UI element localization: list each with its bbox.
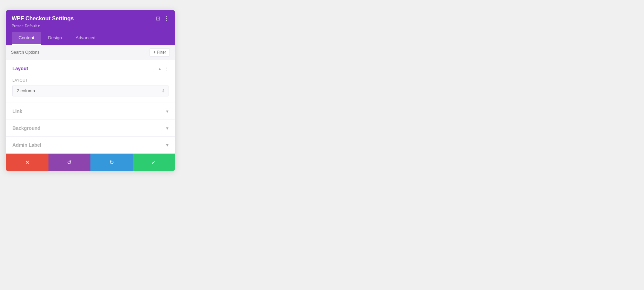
section-link-expand-icon[interactable] (166, 108, 168, 114)
section-admin-label-title: Admin Label (12, 142, 41, 148)
section-background-expand-icon[interactable] (166, 125, 168, 131)
layout-select-wrapper: 1 column 2 column 3 column ⇕ (12, 85, 168, 96)
section-admin-label-expand-icon[interactable] (166, 142, 168, 148)
section-link: Link (6, 103, 175, 120)
section-background-header[interactable]: Background (6, 120, 175, 136)
preset-label[interactable]: Preset: Default ▾ (12, 24, 169, 28)
maximize-icon[interactable]: ⊡ (156, 15, 160, 22)
panel-content: Layout ⋮ Layout 1 column 2 column 3 colu… (6, 60, 175, 154)
section-layout-body: Layout 1 column 2 column 3 column ⇕ (6, 77, 175, 103)
tab-advanced[interactable]: Advanced (69, 32, 102, 45)
section-layout-more-icon[interactable]: ⋮ (164, 66, 168, 71)
filter-button[interactable]: + Filter (150, 48, 170, 56)
header-icons: ⊡ ⋮ (156, 15, 169, 22)
search-bar: + Filter (6, 45, 175, 60)
save-button[interactable]: ✓ (133, 154, 175, 171)
panel-header: WPF Checkout Settings ⊡ ⋮ Preset: Defaul… (6, 10, 175, 45)
panel-title: WPF Checkout Settings (12, 15, 74, 22)
tab-content[interactable]: Content (12, 32, 41, 45)
section-admin-label: Admin Label (6, 137, 175, 154)
reset-button[interactable]: ↺ (48, 154, 91, 171)
cancel-button[interactable]: ✕ (6, 154, 48, 171)
search-input[interactable] (11, 50, 150, 55)
section-layout-header[interactable]: Layout ⋮ (6, 60, 175, 77)
tab-design[interactable]: Design (41, 32, 69, 45)
section-layout-collapse-icon[interactable] (159, 66, 161, 71)
panel-footer: ✕ ↺ ↻ ✓ (6, 154, 175, 171)
settings-panel: WPF Checkout Settings ⊡ ⋮ Preset: Defaul… (6, 10, 175, 171)
section-layout-title: Layout (12, 66, 28, 71)
section-link-title: Link (12, 108, 22, 114)
section-background: Background (6, 120, 175, 137)
redo-button[interactable]: ↻ (90, 154, 133, 171)
more-options-icon[interactable]: ⋮ (164, 15, 169, 22)
layout-select[interactable]: 1 column 2 column 3 column (12, 85, 168, 96)
layout-field-label: Layout (12, 78, 168, 82)
section-admin-label-header[interactable]: Admin Label (6, 137, 175, 153)
section-link-header[interactable]: Link (6, 103, 175, 120)
section-background-title: Background (12, 125, 41, 131)
tabs-container: Content Design Advanced (12, 32, 169, 45)
section-layout: Layout ⋮ Layout 1 column 2 column 3 colu… (6, 60, 175, 103)
